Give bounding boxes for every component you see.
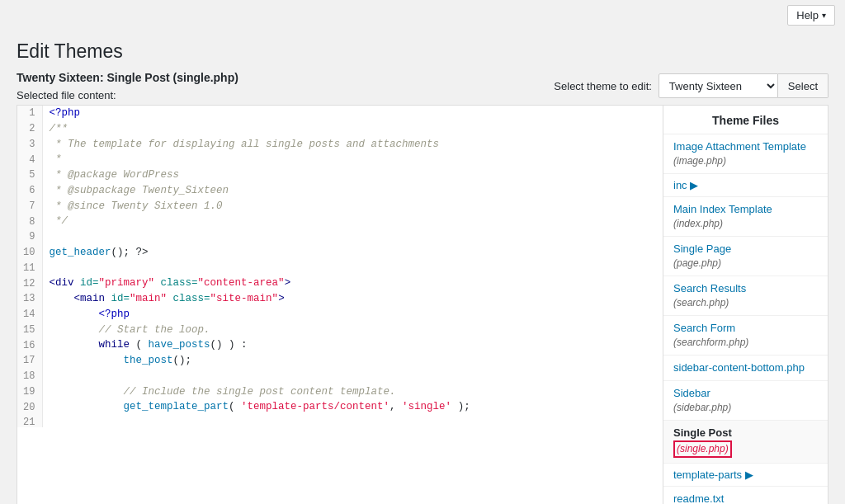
code-line-10: 10 get_header(); ?>	[17, 245, 663, 261]
code-line-6: 6 * @subpackage Twenty_Sixteen	[17, 183, 663, 199]
select-theme-button[interactable]: Select	[778, 73, 828, 98]
code-line-19: 19 // Include the single post content te…	[17, 384, 663, 400]
folder-name-inc: inc	[673, 179, 690, 191]
folder-arrow-template-parts-icon: ▶	[745, 469, 753, 481]
file-item-search-results[interactable]: Search Results (search.php)	[663, 276, 828, 316]
content-split: 1 <?php 2 /** 3 * The templat	[17, 105, 828, 504]
code-line-15: 15 // Start the loop.	[17, 323, 663, 338]
file-name-sidebar-content-bottom: sidebar-content-bottom.php	[673, 360, 818, 375]
code-line-5: 5 * @package WordPress	[17, 167, 663, 183]
file-item-sidebar[interactable]: Sidebar (sidebar.php)	[663, 381, 828, 421]
file-sub-sidebar: (sidebar.php)	[673, 401, 818, 415]
folder-item-inc[interactable]: inc ▶	[663, 174, 828, 197]
file-item-readme[interactable]: readme.txt	[663, 487, 828, 504]
code-line-17: 17 the_post();	[17, 353, 663, 369]
theme-select-bar: Select theme to edit: Twenty Sixteen Twe…	[554, 73, 828, 98]
file-name-single-post: Single Post	[673, 426, 818, 440]
code-line-16: 16 while ( have_posts() ) :	[17, 337, 663, 353]
files-panel: Theme Files Image Attachment Template (i…	[663, 105, 828, 504]
help-chevron-icon: ▾	[822, 11, 826, 20]
file-item-single-page[interactable]: Single Page (page.php)	[663, 237, 828, 276]
page-title: Edit Themes	[17, 40, 828, 63]
file-item-image-attachment[interactable]: Image Attachment Template (image.php)	[663, 134, 828, 174]
file-name-main-index: Main Index Template	[673, 202, 818, 217]
file-item-search-form[interactable]: Search Form (searchform.php)	[663, 316, 828, 356]
file-sub-image-attachment: (image.php)	[673, 154, 818, 168]
file-name-search-form: Search Form	[673, 321, 818, 336]
code-editor[interactable]: 1 <?php 2 /** 3 * The templat	[17, 106, 663, 427]
folder-arrow-icon: ▶	[690, 179, 698, 191]
file-sub-single-post: (single.php)	[673, 440, 732, 458]
code-line-14: 14 <?php	[17, 307, 663, 323]
file-name-sidebar: Sidebar	[673, 386, 818, 401]
file-name-image-attachment: Image Attachment Template	[673, 139, 818, 154]
file-name-single-page: Single Page	[673, 242, 818, 257]
code-line-9: 9	[17, 229, 663, 245]
code-table: 1 <?php 2 /** 3 * The templat	[17, 106, 663, 427]
help-button[interactable]: Help ▾	[787, 5, 835, 26]
files-panel-title: Theme Files	[663, 106, 828, 134]
code-line-18: 18	[17, 369, 663, 384]
code-line-1: 1 <?php	[17, 106, 663, 121]
editor-panel: 1 <?php 2 /** 3 * The templat	[17, 105, 663, 504]
folder-name-template-parts: template-parts	[673, 469, 745, 481]
file-name-search-results: Search Results	[673, 281, 818, 296]
code-line-20: 20 get_template_part( 'template-parts/co…	[17, 399, 663, 415]
code-line-21: 21	[17, 415, 663, 427]
theme-select-dropdown: Twenty Sixteen Twenty Seventeen Twenty F…	[659, 73, 828, 98]
main-content: Edit Themes Select theme to edit: Twenty…	[0, 31, 845, 504]
code-line-13: 13 <main id="main" class="site-main">	[17, 291, 663, 307]
file-item-single-post[interactable]: Single Post (single.php)	[663, 421, 828, 464]
file-sub-search-results: (search.php)	[673, 296, 818, 310]
file-sub-single-page: (page.php)	[673, 257, 818, 271]
file-item-main-index[interactable]: Main Index Template (index.php)	[663, 197, 828, 237]
file-name-readme: readme.txt	[673, 492, 818, 504]
code-line-7: 7 * @since Twenty Sixteen 1.0	[17, 199, 663, 214]
theme-select-label: Select theme to edit:	[554, 80, 652, 92]
code-line-3: 3 * The template for displaying all sing…	[17, 137, 663, 153]
file-sub-search-form: (searchform.php)	[673, 336, 818, 350]
code-line-11: 11	[17, 261, 663, 276]
folder-item-template-parts[interactable]: template-parts ▶	[663, 464, 828, 487]
page-wrapper: Help ▾ Edit Themes Select theme to edit:…	[0, 0, 845, 504]
top-bar: Help ▾	[0, 0, 845, 31]
code-line-12: 12 <div id="primary" class="content-area…	[17, 276, 663, 291]
file-sub-main-index: (index.php)	[673, 217, 818, 231]
code-line-2: 2 /**	[17, 121, 663, 137]
code-line-8: 8 */	[17, 214, 663, 229]
file-item-sidebar-content-bottom[interactable]: sidebar-content-bottom.php	[663, 356, 828, 381]
code-line-4: 4 *	[17, 152, 663, 167]
help-label: Help	[796, 9, 819, 21]
theme-select[interactable]: Twenty Sixteen Twenty Seventeen Twenty F…	[659, 73, 778, 98]
